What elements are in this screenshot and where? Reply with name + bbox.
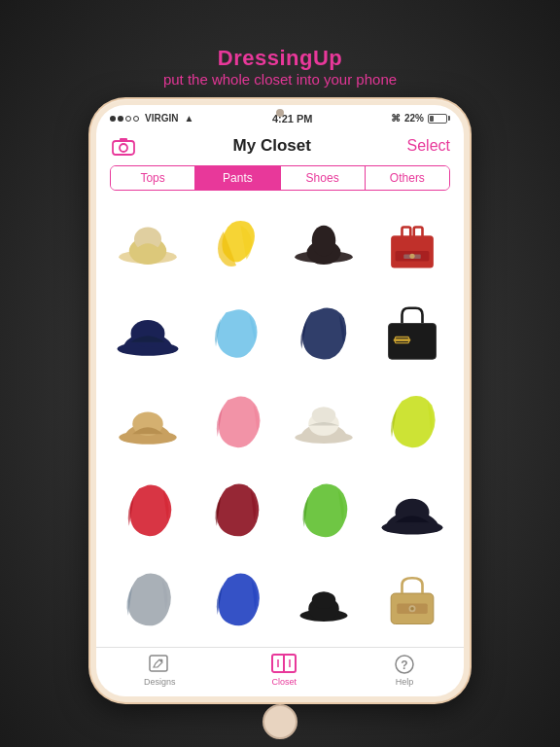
scarf-yellow-green xyxy=(378,388,446,456)
hat-navy xyxy=(114,300,182,368)
handbag-red xyxy=(378,210,446,278)
designs-label: Designs xyxy=(144,677,176,687)
svg-text:?: ? xyxy=(401,658,407,672)
svg-point-25 xyxy=(312,407,336,424)
hat-black-flat xyxy=(290,566,358,634)
svg-point-35 xyxy=(410,607,414,611)
grid-cell-4-2[interactable] xyxy=(192,467,281,555)
status-left: VIRGIN ▲ xyxy=(110,113,193,124)
svg-point-1 xyxy=(120,144,127,152)
nav-bar: My Closet Select xyxy=(96,128,464,165)
camera-button[interactable] xyxy=(110,132,137,160)
grid-cell-1-4[interactable] xyxy=(368,200,457,289)
scarf-blue xyxy=(202,300,270,368)
scarf-green xyxy=(290,477,358,545)
signal-dot-4 xyxy=(133,116,139,122)
home-button-area xyxy=(96,696,464,743)
grid-cell-2-2[interactable] xyxy=(192,289,281,377)
scarf-yellow xyxy=(202,210,270,278)
signal-dots xyxy=(110,116,139,122)
svg-point-37 xyxy=(160,658,163,661)
wifi-icon: ▲ xyxy=(184,113,193,124)
scarf-pink xyxy=(202,388,270,456)
clothing-grid xyxy=(96,198,464,647)
svg-point-8 xyxy=(312,226,336,257)
svg-point-16 xyxy=(131,320,165,347)
help-label: Help xyxy=(396,677,414,687)
grid-cell-5-4[interactable] xyxy=(368,555,457,644)
app-title: DressingUp xyxy=(163,46,397,71)
svg-rect-36 xyxy=(150,656,167,671)
carrier-label: VIRGIN xyxy=(145,113,178,124)
bottom-tab-bar: Designs Closet ? Help xyxy=(96,647,464,696)
hat-beige xyxy=(114,210,182,278)
svg-rect-2 xyxy=(120,138,127,142)
scarf-dark-red xyxy=(202,477,270,545)
grid-cell-1-2[interactable] xyxy=(192,200,281,289)
grid-cell-4-1[interactable] xyxy=(104,467,192,555)
app-title-area: DressingUp put the whole closet into you… xyxy=(163,46,397,88)
battery-percent-label: 22% xyxy=(404,113,424,124)
grid-cell-2-4[interactable] xyxy=(368,289,457,377)
select-button[interactable]: Select xyxy=(407,137,450,155)
device: VIRGIN ▲ 4:21 PM ⌘ 22% xyxy=(90,99,470,702)
grid-cell-1-3[interactable] xyxy=(280,200,368,289)
tab-shoes[interactable]: Shoes xyxy=(281,166,366,190)
battery-body xyxy=(428,114,447,124)
bottom-tab-designs[interactable]: Designs xyxy=(144,654,176,687)
grid-cell-2-3[interactable] xyxy=(280,289,368,377)
hat-dark xyxy=(290,210,358,278)
grid-cell-3-2[interactable] xyxy=(192,377,281,466)
svg-point-14 xyxy=(409,254,414,259)
grid-cell-5-1[interactable] xyxy=(104,555,192,644)
scarf-blue-royal xyxy=(202,566,270,634)
scarf-gray xyxy=(114,566,182,634)
grid-cell-4-3[interactable] xyxy=(280,467,368,555)
grid-cell-3-1[interactable] xyxy=(104,377,192,466)
app-subtitle: put the whole closet into your phone xyxy=(163,71,397,88)
scarf-red xyxy=(114,477,182,545)
nav-title: My Closet xyxy=(233,136,311,156)
tab-pants[interactable]: Pants xyxy=(195,166,280,190)
designs-icon xyxy=(148,654,171,675)
help-icon: ? xyxy=(393,654,416,675)
grid-cell-5-3[interactable] xyxy=(280,555,368,644)
bluetooth-icon: ⌘ xyxy=(391,113,401,124)
signal-dot-2 xyxy=(118,116,123,122)
hat-tan xyxy=(114,388,182,456)
svg-point-30 xyxy=(312,591,336,609)
camera-icon xyxy=(112,136,135,156)
bottom-tab-help[interactable]: ? Help xyxy=(393,654,416,687)
svg-rect-19 xyxy=(394,338,411,341)
signal-dot-3 xyxy=(125,116,131,122)
status-right: ⌘ 22% xyxy=(391,113,450,124)
battery-icon xyxy=(428,114,450,124)
grid-cell-3-3[interactable] xyxy=(280,377,368,466)
grid-cell-5-2[interactable] xyxy=(192,555,281,644)
closet-icon xyxy=(270,654,298,675)
tab-tops[interactable]: Tops xyxy=(111,166,195,190)
camera-dot xyxy=(276,109,284,117)
bottom-tab-closet[interactable]: Closet xyxy=(270,654,298,687)
grid-cell-4-4[interactable] xyxy=(368,467,457,555)
scarf-navy xyxy=(290,300,358,368)
closet-label: Closet xyxy=(271,677,297,687)
category-tabs: Tops Pants Shoes Others xyxy=(110,165,450,191)
grid-cell-3-4[interactable] xyxy=(368,377,457,466)
battery-fill xyxy=(430,116,434,122)
signal-dot-1 xyxy=(110,116,116,122)
home-button[interactable] xyxy=(262,704,298,739)
device-inner: VIRGIN ▲ 4:21 PM ⌘ 22% xyxy=(96,105,464,696)
battery-tip xyxy=(448,116,450,121)
grid-cell-2-1[interactable] xyxy=(104,289,192,377)
tab-others[interactable]: Others xyxy=(366,166,449,190)
hat-white xyxy=(290,388,358,456)
grid-cell-1-1[interactable] xyxy=(104,200,192,289)
handbag-tan xyxy=(378,566,446,634)
hat-black-wide xyxy=(378,477,446,545)
handbag-black xyxy=(378,300,446,368)
